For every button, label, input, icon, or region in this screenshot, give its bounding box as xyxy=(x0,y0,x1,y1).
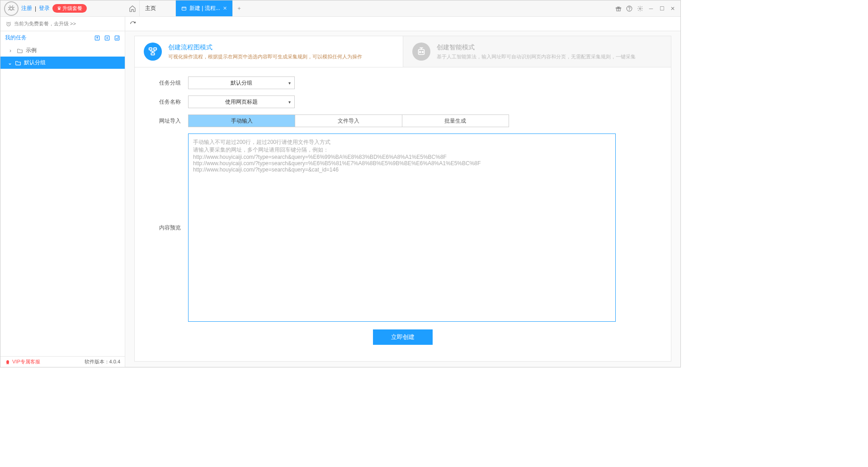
home-tab-icon[interactable] xyxy=(125,0,140,16)
maximize-icon[interactable]: ☐ xyxy=(659,5,665,12)
export-icon[interactable] xyxy=(94,35,100,41)
flow-icon xyxy=(144,43,162,61)
seg-file[interactable]: 文件导入 xyxy=(295,115,402,127)
caret-right-icon: › xyxy=(9,48,14,54)
tree-item-example-label: 示例 xyxy=(26,47,37,54)
alarm-icon xyxy=(6,21,11,27)
my-tasks-label[interactable]: 我的任务 xyxy=(5,34,27,42)
url-import-label: 网址导入 xyxy=(153,114,188,125)
chevron-down-icon: ▾ xyxy=(288,100,291,105)
svg-point-15 xyxy=(8,363,9,364)
sidebar: 我的任务 › xyxy=(0,31,125,367)
chevron-down-icon: ▾ xyxy=(288,81,291,86)
url-input[interactable] xyxy=(139,19,676,29)
tree-item-example[interactable]: › 示例 xyxy=(0,44,125,57)
titlebar-left: 注册 | 登录 ♛ 升级套餐 xyxy=(0,0,125,16)
seg-manual[interactable]: 手动输入 xyxy=(189,115,295,127)
tab-home-label: 主页 xyxy=(145,5,156,12)
close-icon[interactable]: ✕ xyxy=(223,5,227,11)
plan-info: 当前为免费套餐，去升级 >> xyxy=(0,17,125,31)
vip-service-label: VIP专属客服 xyxy=(12,358,40,365)
preview-label: 内容预览 xyxy=(153,133,188,232)
auth-separator: | xyxy=(35,5,36,12)
titlebar-right: ─ ☐ ✕ xyxy=(611,0,680,16)
import-mode-segmented: 手动输入 文件导入 批量生成 xyxy=(188,114,509,127)
mode-row: 创建流程图模式 可视化操作流程，根据提示在网页中选选内容即可生成采集规则，可以模… xyxy=(135,36,671,67)
row-url-import: 网址导入 手动输入 文件导入 批量生成 xyxy=(153,114,653,127)
task-tree: › 示例 ⌄ 默认分组 xyxy=(0,44,125,356)
svg-rect-16 xyxy=(149,48,152,50)
upgrade-badge-label: 升级套餐 xyxy=(62,5,82,12)
seg-batch[interactable]: 批量生成 xyxy=(402,115,509,127)
settings-icon[interactable] xyxy=(637,5,643,12)
refresh-tasks-icon[interactable] xyxy=(114,35,120,41)
sidebar-header: 我的任务 xyxy=(0,31,125,44)
vip-service-link[interactable]: VIP专属客服 xyxy=(5,358,40,365)
row-task-name: 任务名称 使用网页标题 ▾ xyxy=(153,95,653,108)
row-preview: 内容预览 xyxy=(153,133,653,323)
gift-icon[interactable] xyxy=(615,5,622,12)
tab-add-button[interactable]: ＋ xyxy=(233,0,245,16)
register-link[interactable]: 注册 xyxy=(21,5,32,12)
caret-down-icon: ⌄ xyxy=(8,60,12,66)
submit-row: 立即创建 xyxy=(153,329,653,345)
svg-point-8 xyxy=(639,8,641,10)
sidebar-footer: VIP专属客服 软件版本：4.0.4 xyxy=(0,356,125,367)
tree-item-default-group[interactable]: ⌄ 默认分组 xyxy=(0,57,125,69)
body: 我的任务 › xyxy=(0,31,680,367)
refresh-icon[interactable] xyxy=(130,21,139,27)
svg-point-13 xyxy=(6,360,9,364)
svg-rect-12 xyxy=(115,36,119,40)
mode-smart-card[interactable]: 创建智能模式 基于人工智能算法，输入网址即可自动识别网页内容和分页，无需配置采集… xyxy=(403,36,671,67)
minimize-icon[interactable]: ─ xyxy=(648,5,654,12)
svg-rect-18 xyxy=(151,53,154,55)
sidebar-header-icons xyxy=(94,35,120,41)
svg-rect-17 xyxy=(154,48,156,50)
qq-icon xyxy=(5,359,10,365)
upgrade-badge[interactable]: ♛ 升级套餐 xyxy=(52,4,87,13)
url-bar xyxy=(125,17,680,31)
task-name-select[interactable]: 使用网页标题 ▾ xyxy=(188,95,295,108)
sub-header: 当前为免费套餐，去升级 >> xyxy=(0,17,680,31)
task-group-label: 任务分组 xyxy=(153,76,188,87)
help-icon[interactable] xyxy=(626,5,632,12)
row-task-group: 任务分组 默认分组 ▾ xyxy=(153,76,653,89)
version-label: 软件版本：4.0.4 xyxy=(85,358,120,365)
task-group-value: 默认分组 xyxy=(231,79,252,87)
mode-flow-title: 创建流程图模式 xyxy=(168,43,362,52)
task-name-value: 使用网页标题 xyxy=(225,98,258,106)
new-folder-icon[interactable] xyxy=(104,35,110,41)
main-area: 创建流程图模式 可视化操作流程，根据提示在网页中选选内容即可生成采集规则，可以模… xyxy=(125,31,680,367)
close-window-icon[interactable]: ✕ xyxy=(670,5,676,12)
app-logo-icon xyxy=(4,1,19,16)
titlebar: 注册 | 登录 ♛ 升级套餐 主页 新建 | 流程... ✕ ＋ xyxy=(0,0,680,17)
create-button[interactable]: 立即创建 xyxy=(373,329,433,345)
mode-smart-title: 创建智能模式 xyxy=(437,43,636,52)
crown-icon: ♛ xyxy=(57,5,61,11)
folder-icon xyxy=(15,60,21,66)
tabs-area: 主页 新建 | 流程... ✕ ＋ xyxy=(125,0,611,16)
svg-rect-1 xyxy=(182,7,186,10)
folder-icon xyxy=(17,48,23,53)
login-link[interactable]: 登录 xyxy=(39,5,50,12)
svg-point-21 xyxy=(422,52,423,53)
url-textarea[interactable] xyxy=(188,133,616,322)
create-form: 任务分组 默认分组 ▾ 任务名称 使用网页标题 xyxy=(135,67,671,354)
window-icon xyxy=(181,6,187,11)
mode-flow-desc: 可视化操作流程，根据提示在网页中选选内容即可生成采集规则，可以模拟任何人为操作 xyxy=(168,53,362,60)
plan-info-text[interactable]: 当前为免费套餐，去升级 >> xyxy=(14,20,76,27)
task-name-label: 任务名称 xyxy=(153,95,188,106)
tab-new-task[interactable]: 新建 | 流程... ✕ xyxy=(176,0,233,16)
robot-icon xyxy=(412,43,430,61)
svg-point-7 xyxy=(629,10,630,10)
svg-point-0 xyxy=(10,7,13,10)
task-group-select[interactable]: 默认分组 ▾ xyxy=(188,76,295,89)
tab-new-task-label: 新建 | 流程... xyxy=(189,5,220,12)
create-panel: 创建流程图模式 可视化操作流程，根据提示在网页中选选内容即可生成采集规则，可以模… xyxy=(134,36,671,362)
svg-point-14 xyxy=(6,363,8,364)
tab-home[interactable]: 主页 xyxy=(140,0,176,16)
svg-point-20 xyxy=(419,52,420,53)
mode-smart-desc: 基于人工智能算法，输入网址即可自动识别网页内容和分页，无需配置采集规则，一键采集 xyxy=(437,53,636,60)
mode-flow-card[interactable]: 创建流程图模式 可视化操作流程，根据提示在网页中选选内容即可生成采集规则，可以模… xyxy=(135,36,403,67)
tree-item-default-label: 默认分组 xyxy=(24,59,46,67)
